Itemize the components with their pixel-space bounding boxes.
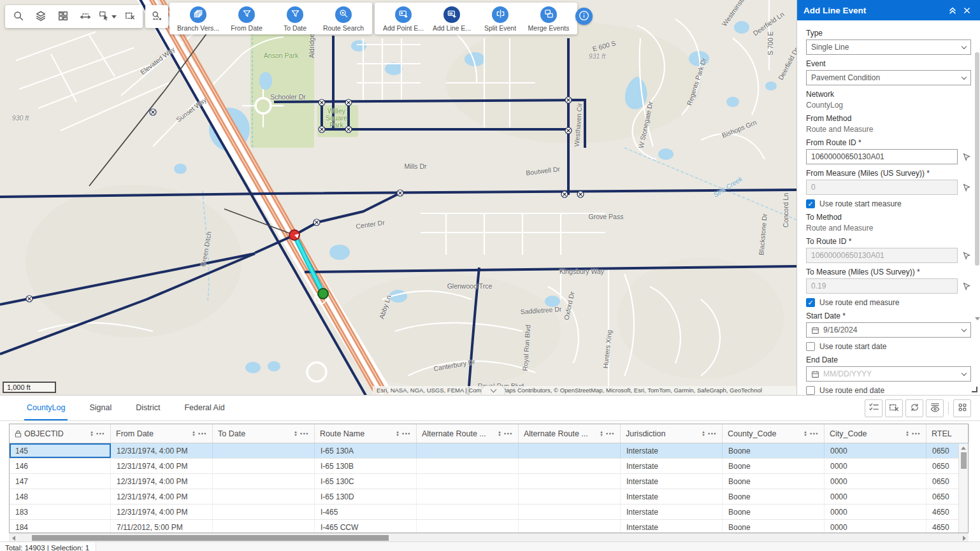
cell-route-name-row2[interactable]: I-65 130C [315, 474, 417, 489]
table-vertical-scrollbar[interactable] [958, 444, 968, 533]
sort-icon[interactable]: ▲▼ [905, 431, 909, 437]
cell-jurisdiction-row0[interactable]: Interstate [621, 443, 723, 458]
sort-icon[interactable]: ▲▼ [396, 431, 400, 437]
cell-to-date-row2[interactable] [213, 474, 315, 489]
from-route-id-input[interactable] [806, 149, 958, 164]
cell-route-name-row4[interactable]: I-465 [315, 504, 417, 519]
cell-alternate-route-row1[interactable] [519, 459, 621, 473]
tool-add-point-e[interactable]: Add Point E... [381, 6, 426, 32]
cell-alternate-route-row3[interactable] [519, 489, 621, 504]
column-menu-icon[interactable]: ••• [606, 431, 615, 437]
sort-icon[interactable]: ▲▼ [702, 431, 705, 437]
tool-to-date[interactable]: To Date [273, 6, 317, 32]
tab-countylog[interactable]: CountyLog [24, 396, 68, 420]
grid-tool-button[interactable] [52, 6, 73, 27]
tool-add-line-e[interactable]: Add Line E... [429, 6, 474, 32]
cell-from-date-row0[interactable]: 12/31/1974, 4:00 PM [111, 443, 213, 458]
cell-city-code-row2[interactable]: 0000 [825, 474, 926, 489]
cell-city-code-row3[interactable]: 0000 [825, 489, 926, 504]
cell-objectid-row0[interactable]: 145 [10, 443, 111, 458]
sort-icon[interactable]: ▲▼ [498, 431, 501, 437]
cell-alternate-route-row3[interactable] [417, 489, 519, 504]
table-row[interactable]: 14612/31/1974, 4:00 PMI-65 130BInterstat… [10, 459, 968, 474]
type-select[interactable]: Single Line [806, 39, 971, 55]
cell-to-date-row5[interactable] [213, 520, 315, 533]
toggle-columns-button[interactable] [926, 399, 944, 417]
cell-route-name-row5[interactable]: I-465 CCW [315, 520, 417, 533]
route-tool-button[interactable] [145, 5, 168, 28]
sort-icon[interactable]: ▲▼ [600, 431, 603, 437]
column-menu-icon[interactable]: ••• [708, 431, 717, 437]
cell-jurisdiction-row5[interactable]: Interstate [621, 520, 723, 533]
tab-federal-aid[interactable]: Federal Aid [182, 396, 227, 420]
cell-to-date-row0[interactable] [213, 443, 315, 458]
cell-from-date-row2[interactable]: 12/31/1974, 4:00 PM [111, 474, 213, 489]
options-grid-button[interactable] [953, 399, 971, 417]
table-row[interactable]: 1847/11/2012, 5:00 PMI-465 CCWInterstate… [10, 520, 968, 533]
column-header-county-code[interactable]: County_Code▲▼••• [723, 424, 825, 443]
cell-to-date-row1[interactable] [213, 459, 315, 473]
use-route-start-date-checkbox[interactable]: ✓ Use route start date [806, 342, 971, 351]
search-tool-button[interactable] [8, 6, 29, 27]
cell-alternate-route-row5[interactable] [417, 520, 519, 533]
cell-city-code-row5[interactable]: 0000 [825, 520, 926, 533]
cell-jurisdiction-row4[interactable]: Interstate [621, 504, 723, 519]
table-row[interactable]: 18312/31/1974, 4:00 PMI-465InterstateBoo… [10, 504, 968, 520]
cell-to-date-row3[interactable] [213, 489, 315, 504]
table-row[interactable]: 14812/31/1974, 4:00 PMI-65 130DInterstat… [10, 489, 968, 504]
cell-city-code-row0[interactable]: 0000 [825, 443, 926, 458]
sort-icon[interactable]: ▲▼ [803, 431, 807, 437]
cell-jurisdiction-row3[interactable]: Interstate [621, 489, 723, 504]
tab-signal[interactable]: Signal [87, 396, 114, 420]
column-header-to-date[interactable]: To Date▲▼••• [213, 424, 315, 443]
pick-from-measure-icon[interactable] [962, 183, 971, 192]
cell-from-date-row3[interactable]: 12/31/1974, 4:00 PM [111, 489, 213, 504]
tool-from-date[interactable]: From Date [224, 6, 269, 32]
refresh-button[interactable] [905, 399, 923, 417]
pick-to-route-icon[interactable] [962, 251, 971, 260]
tool-split-event[interactable]: Split Event [478, 6, 522, 32]
cell-county-code-row5[interactable]: Boone [723, 520, 825, 533]
column-header-jurisdiction[interactable]: Jurisdiction▲▼••• [621, 424, 723, 443]
select-tool-button[interactable] [97, 6, 118, 27]
cell-from-date-row1[interactable]: 12/31/1974, 4:00 PM [111, 459, 213, 473]
table-horizontal-scrollbar[interactable] [9, 533, 969, 541]
cell-objectid-row5[interactable]: 184 [10, 520, 111, 533]
show-selection-button[interactable] [865, 399, 883, 417]
cell-alternate-route-row4[interactable] [519, 504, 621, 519]
cell-city-code-row1[interactable]: 0000 [825, 459, 926, 473]
use-route-end-date-checkbox[interactable]: ✓ Use route end date [806, 386, 971, 395]
tool-branch-vers[interactable]: Branch Vers... [176, 6, 220, 32]
column-header-alternate-route[interactable]: Alternate Route ...▲▼••• [417, 424, 519, 443]
end-date-picker[interactable]: MM/DD/YYYY [806, 366, 971, 382]
cell-alternate-route-row0[interactable] [519, 443, 621, 458]
cell-route-name-row0[interactable]: I-65 130A [315, 443, 417, 458]
use-route-end-measure-checkbox[interactable]: ✓ Use route end measure [806, 298, 971, 307]
cell-alternate-route-row1[interactable] [417, 459, 519, 473]
use-route-start-measure-checkbox[interactable]: ✓ Use route start measure [806, 199, 971, 208]
info-button[interactable] [575, 8, 593, 25]
cell-county-code-row3[interactable]: Boone [723, 489, 825, 504]
column-header-objectid[interactable]: OBJECTID▲▼••• [10, 424, 111, 443]
cell-alternate-route-row5[interactable] [519, 520, 621, 533]
dropdown-caret-icon[interactable] [112, 15, 117, 18]
column-menu-icon[interactable]: ••• [96, 431, 105, 437]
column-header-from-date[interactable]: From Date▲▼••• [111, 424, 213, 443]
column-menu-icon[interactable]: ••• [912, 431, 921, 437]
column-menu-icon[interactable]: ••• [402, 431, 411, 437]
tool-merge-events[interactable]: Merge Events [526, 6, 571, 32]
cell-jurisdiction-row2[interactable]: Interstate [621, 474, 723, 489]
table-row[interactable]: 14712/31/1974, 4:00 PMI-65 130CInterstat… [10, 474, 968, 489]
cell-jurisdiction-row1[interactable]: Interstate [621, 459, 723, 473]
cell-county-code-row0[interactable]: Boone [723, 443, 825, 458]
column-header-route-name[interactable]: Route Name▲▼••• [315, 424, 417, 443]
cell-alternate-route-row0[interactable] [417, 443, 519, 458]
cell-from-date-row5[interactable]: 7/11/2012, 5:00 PM [111, 520, 213, 533]
sort-icon[interactable]: ▲▼ [192, 431, 196, 437]
cell-objectid-row4[interactable]: 183 [10, 504, 111, 519]
cell-city-code-row4[interactable]: 0000 [825, 504, 926, 519]
close-icon[interactable] [960, 3, 974, 17]
cell-route-name-row3[interactable]: I-65 130D [315, 489, 417, 504]
column-menu-icon[interactable]: ••• [504, 431, 513, 437]
cell-county-code-row1[interactable]: Boone [723, 459, 825, 473]
